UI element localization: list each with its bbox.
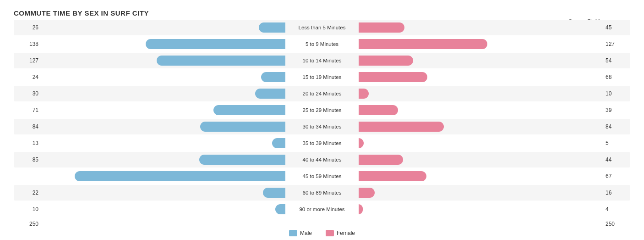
row-label: 10 to 14 Minutes	[285, 58, 359, 63]
female-value: 44	[603, 156, 630, 163]
female-value: 10	[603, 90, 630, 97]
legend-female: Female	[326, 230, 355, 236]
bars-section: Less than 5 Minutes	[41, 21, 603, 34]
male-bar	[213, 105, 285, 115]
male-label: Male	[300, 230, 312, 236]
bars-section: 90 or more Minutes	[41, 203, 603, 216]
male-value: 26	[14, 24, 41, 31]
female-value: 16	[603, 190, 630, 196]
female-bar	[359, 56, 413, 66]
male-value: 10	[14, 206, 41, 212]
axis-right-label: 250	[603, 221, 630, 227]
axis-left-label: 250	[14, 221, 41, 227]
row-label: 40 to 44 Minutes	[285, 157, 359, 162]
female-bar	[359, 122, 444, 132]
chart-title: COMMUTE TIME BY SEX IN SURF CITY	[14, 9, 630, 17]
male-value: 24	[14, 74, 41, 80]
row-label: 45 to 59 Minutes	[285, 173, 359, 179]
female-value: 127	[603, 41, 630, 47]
axis-row: 250 250	[14, 221, 630, 227]
chart-row: 2415 to 19 Minutes68	[14, 69, 630, 85]
bars-section: 30 to 34 Minutes	[41, 120, 603, 133]
male-bar	[275, 204, 285, 214]
chart-row: 26Less than 5 Minutes45	[14, 20, 630, 35]
male-value: 84	[14, 123, 41, 130]
bars-section: 40 to 44 Minutes	[41, 153, 603, 166]
female-value: 5	[603, 140, 630, 146]
female-value: 4	[603, 206, 630, 212]
male-color-box	[289, 230, 297, 236]
male-bar	[75, 171, 285, 181]
male-value: 85	[14, 156, 41, 163]
chart-row: 8430 to 34 Minutes84	[14, 119, 630, 134]
legend: Male Female	[14, 230, 630, 236]
male-bar	[272, 138, 285, 148]
female-bar	[359, 155, 403, 165]
legend-male: Male	[289, 230, 312, 236]
row-label: Less than 5 Minutes	[285, 25, 359, 30]
chart-row: 8540 to 44 Minutes44	[14, 152, 630, 167]
bars-section: 10 to 14 Minutes	[41, 54, 603, 67]
row-label: 60 to 89 Minutes	[285, 190, 359, 195]
male-bar	[263, 188, 285, 198]
bars-section: 25 to 29 Minutes	[41, 104, 603, 117]
chart-row: 3020 to 24 Minutes10	[14, 86, 630, 101]
male-bar	[255, 89, 285, 99]
row-label: 35 to 39 Minutes	[285, 140, 359, 146]
row-label: 25 to 29 Minutes	[285, 107, 359, 113]
row-label: 15 to 19 Minutes	[285, 74, 359, 80]
male-value: 13	[14, 140, 41, 146]
male-bar	[259, 22, 285, 33]
row-label: 30 to 34 Minutes	[285, 124, 359, 129]
chart-row: 20845 to 59 Minutes67	[14, 168, 630, 184]
male-value: 127	[14, 57, 41, 64]
bars-section: 20 to 24 Minutes	[41, 87, 603, 100]
bars-section: 5 to 9 Minutes	[41, 38, 603, 50]
male-value: 71	[14, 107, 41, 113]
male-bar	[146, 39, 285, 49]
female-bar	[359, 138, 364, 148]
female-color-box	[326, 230, 334, 236]
female-value: 45	[603, 24, 630, 31]
chart-row: 1385 to 9 Minutes127	[14, 36, 630, 52]
female-bar	[359, 188, 375, 198]
female-bar	[359, 105, 398, 115]
bars-section: 45 to 59 Minutes	[41, 170, 603, 183]
female-value: 54	[603, 57, 630, 64]
male-bar	[200, 122, 285, 132]
chart-row: 12710 to 14 Minutes54	[14, 53, 630, 68]
bars-section: 35 to 39 Minutes	[41, 137, 603, 150]
male-bar	[261, 72, 285, 82]
male-value: 30	[14, 90, 41, 97]
male-bar	[157, 56, 285, 66]
chart-row: 7125 to 29 Minutes39	[14, 102, 630, 118]
female-bar	[359, 72, 427, 82]
female-value: 68	[603, 74, 630, 80]
male-value: 208	[14, 173, 41, 179]
bars-section: 60 to 89 Minutes	[41, 186, 603, 199]
chart-row: 1335 to 39 Minutes5	[14, 135, 630, 151]
female-label: Female	[337, 230, 355, 236]
female-bar	[359, 171, 426, 181]
male-value: 138	[14, 41, 41, 47]
female-bar	[359, 204, 363, 214]
chart-row: 2260 to 89 Minutes16	[14, 185, 630, 201]
row-label: 20 to 24 Minutes	[285, 91, 359, 96]
female-value: 84	[603, 123, 630, 130]
female-bar	[359, 39, 487, 49]
chart-row: 1090 or more Minutes4	[14, 201, 630, 217]
chart-area: 26Less than 5 Minutes451385 to 9 Minutes…	[14, 20, 630, 236]
row-label: 90 or more Minutes	[285, 207, 359, 212]
male-bar	[199, 155, 285, 165]
male-value: 22	[14, 190, 41, 196]
female-value: 39	[603, 107, 630, 113]
bars-section: 15 to 19 Minutes	[41, 71, 603, 84]
female-bar	[359, 89, 369, 99]
female-bar	[359, 22, 404, 33]
female-value: 67	[603, 173, 630, 179]
row-label: 5 to 9 Minutes	[285, 41, 359, 47]
